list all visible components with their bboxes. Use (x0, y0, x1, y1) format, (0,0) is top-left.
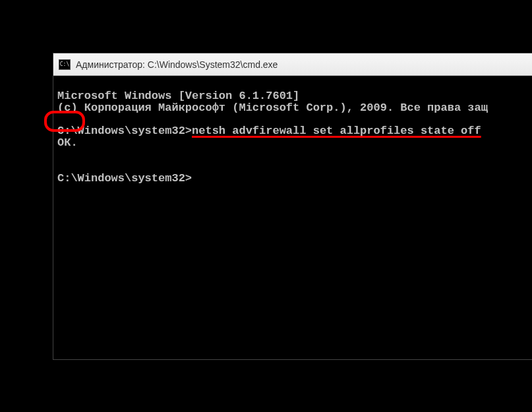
terminal[interactable]: Microsoft Windows [Version 6.1.7601] (c)… (53, 76, 532, 359)
copyright-line: (c) Корпорация Майкрософт (Microsoft Cor… (57, 102, 488, 114)
cmd-icon-text: C:\ (60, 61, 69, 67)
window-title: Администратор: C:\Windows\System32\cmd.e… (76, 59, 278, 70)
blank-line-3 (57, 160, 64, 173)
prompt-line-1: C:\Windows\system32>netsh advfirewall se… (57, 125, 481, 137)
command-text: netsh advfirewall set allprofiles state … (192, 125, 481, 137)
ok-line: ОК. (57, 136, 78, 149)
cmd-window: C:\ Администратор: C:\Windows\System32\c… (53, 53, 532, 360)
blank-line (57, 113, 64, 126)
blank-line-2 (57, 148, 64, 161)
cmd-icon: C:\ (59, 59, 71, 70)
prompt-1: C:\Windows\system32> (57, 125, 192, 137)
titlebar[interactable]: C:\ Администратор: C:\Windows\System32\c… (53, 53, 532, 76)
prompt-line-2: C:\Windows\system32> (57, 172, 192, 185)
version-line: Microsoft Windows [Version 6.1.7601] (57, 90, 299, 102)
